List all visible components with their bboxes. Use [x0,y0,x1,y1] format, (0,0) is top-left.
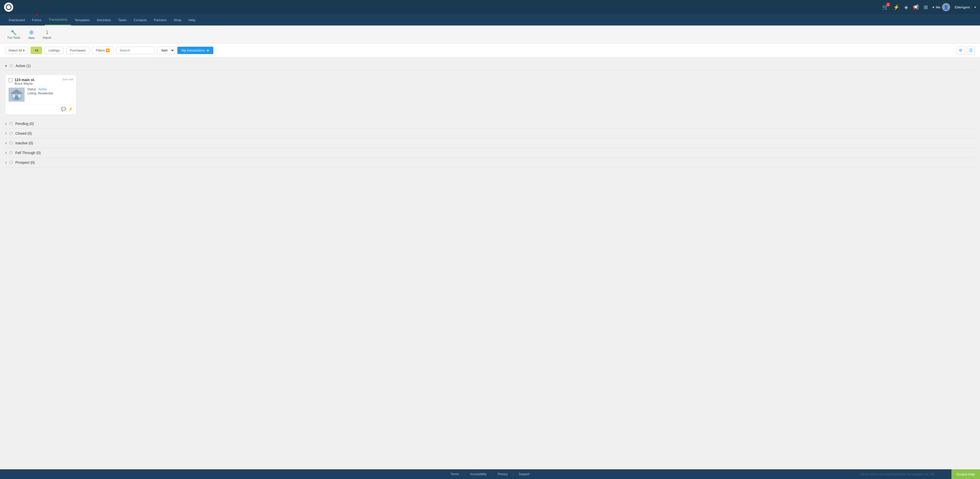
active-section-title: Active (1) [16,64,30,68]
pending-info-icon: ⓘ [9,121,13,126]
card-checkbox[interactable] [8,78,13,82]
svg-rect-4 [13,95,15,97]
nav-dashboard[interactable]: Dashboard [5,14,29,25]
fell-through-section-title: Fell Through (0) [15,151,41,155]
card-owner: Bruce Wayne [14,82,35,86]
prospect-section: › ⓘ Prospect (0) [5,158,975,167]
fell-through-section-header[interactable]: › ⓘ Fell Through (0) [5,148,975,157]
search-input[interactable] [116,47,154,54]
txn-tools-label: Txn Tools [7,36,20,40]
top-nav-right: 🛒 1 ⚡ ◈ 📢 ⊞ ▾ Me 👤 EliteAgent ▾ [882,3,976,11]
filter-all-button[interactable]: All [30,47,42,54]
pending-section: › ⓘ Pending (0) [5,119,975,128]
my-transactions-label: My transactions [181,48,205,52]
guided-help-button[interactable]: Guided Help [951,469,980,479]
cart-badge: 1 [886,3,890,6]
import-label: Import [43,36,51,40]
main-content: ▾ ⓘ Active (1) 123 main st. Bruce Wayne … [0,57,980,469]
new-button[interactable]: ⊕ New [26,28,37,41]
settings-icon-button[interactable]: ⚙ [956,46,965,55]
txn-tools-button[interactable]: 🔧 Txn Tools [5,28,22,41]
closed-section-title: Closed (0) [15,132,32,135]
new-label: New [28,36,35,40]
pending-section-header[interactable]: › ⓘ Pending (0) [5,119,975,128]
fell-through-info-icon: ⓘ [9,151,13,155]
inactive-section-title: Inactive (0) [15,141,33,145]
status-value[interactable]: Active [38,87,47,91]
sort-select[interactable]: Sort [157,46,175,54]
lightning-icon[interactable]: ⚡ [893,4,900,10]
prospect-section-header[interactable]: › ⓘ Prospect (0) [5,158,975,167]
new-icon: ⊕ [29,29,34,36]
list-view-button[interactable]: ☰ [967,46,975,55]
inactive-info-icon: ⓘ [9,141,13,145]
chat-icon[interactable]: 💬 [61,106,66,111]
import-button[interactable]: ⤵ Import [41,29,53,41]
filters-funnel-icon: 🔽 [106,48,110,52]
footer-links: Terms | Accessibility | Privacy | Suppor… [451,473,530,476]
fell-through-section: › ⓘ Fell Through (0) [5,148,975,158]
filters-button[interactable]: Filters 🔽 [92,47,114,54]
pending-chevron: › [5,121,6,126]
nav-forms[interactable]: ▼ Forms [29,14,45,25]
page-footer: Terms | Accessibility | Privacy | Suppor… [0,469,980,479]
user-menu-label: Me [936,5,940,9]
active-cards-container: 123 main st. Bruce Wayne Just now [5,70,975,119]
nav-help[interactable]: Help [185,14,199,25]
card-address: 123 main st. [14,78,35,82]
import-icon: ⤵ [46,30,48,35]
nav-shop[interactable]: Shop [170,14,185,25]
filter-listings-button[interactable]: Listings [45,47,64,54]
filter-purchases-button[interactable]: Purchases [66,47,89,54]
account-chevron: ▾ [974,6,976,9]
filter-right-actions: ⚙ ☰ [956,46,975,55]
lightning-action-icon[interactable]: ⚡ [68,106,73,111]
active-section-header[interactable]: ▾ ⓘ Active (1) [5,62,975,70]
inactive-chevron: › [5,140,6,146]
inactive-section-header[interactable]: › ⓘ Inactive (0) [5,138,975,148]
settings-icon: ⚙ [959,48,963,52]
terms-link[interactable]: Terms [451,473,459,476]
closed-section-header[interactable]: › ⓘ Closed (0) [5,128,975,138]
select-all-chevron: ▾ [23,48,25,52]
nav-contacts[interactable]: Contacts [130,14,150,25]
svg-rect-3 [14,96,19,100]
select-all-button[interactable]: Select All ▾ [5,47,28,54]
card-time: Just now [62,78,73,81]
shield-icon[interactable]: ◈ [904,4,908,10]
notification-icon[interactable]: 📢 [913,4,919,10]
support-link[interactable]: Support [519,473,529,476]
card-thumbnail [8,87,25,102]
property-type: Listing, Residential [27,92,73,95]
nav-partners[interactable]: Partners [150,14,170,25]
txn-tools-icon: 🔧 [11,29,17,35]
nav-tasks[interactable]: Tasks [115,14,130,25]
prospect-section-title: Prospect (0) [15,160,35,165]
card-footer: 💬 ⚡ [8,104,73,111]
nav-forms-label: Forms [32,18,41,22]
copyright-text: TM & © 2020, Lone Wolf Real Estate Techn… [860,473,934,476]
filters-label: Filters [96,48,105,52]
my-transactions-button[interactable]: My transactions ⊕ [177,47,213,54]
accessibility-link[interactable]: Accessibility [470,473,487,476]
svg-rect-5 [18,95,21,97]
user-menu[interactable]: ▾ Me 👤 [932,3,950,11]
card-body: Status : Active Listing, Residential [8,87,73,102]
nav-templates[interactable]: Templates [71,14,93,25]
prospect-chevron: › [5,160,6,165]
app-logo[interactable] [4,3,13,12]
toolbar: 🔧 Txn Tools ⊕ New ⤵ Import [0,25,980,44]
grid-icon[interactable]: ⊞ [924,4,928,10]
cart-icon[interactable]: 🛒 1 [882,4,889,10]
list-icon: ☰ [969,48,973,52]
select-all-label: Select All [8,48,22,52]
closed-section: › ⓘ Closed (0) [5,128,975,138]
nav-transactions[interactable]: Transactions [45,14,71,25]
card-info: Status : Active Listing, Residential [27,87,73,102]
top-navigation: 🛒 1 ⚡ ◈ 📢 ⊞ ▾ Me 👤 EliteAgent ▾ [0,0,980,14]
filter-bar: Select All ▾ All Listings Purchases Filt… [0,44,980,57]
nav-docinbox[interactable]: DocInbox [94,14,115,25]
privacy-link[interactable]: Privacy [498,473,508,476]
inactive-section: › ⓘ Inactive (0) [5,138,975,148]
prospect-info-icon: ⓘ [9,160,13,165]
